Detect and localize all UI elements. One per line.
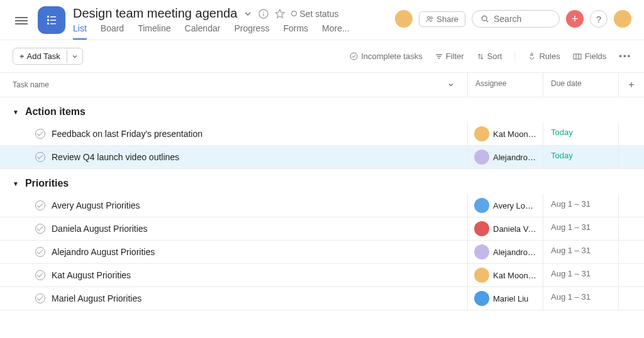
complete-check-icon[interactable] [35,224,45,234]
incomplete-tasks-filter[interactable]: Incomplete tasks [350,52,423,61]
complete-check-icon[interactable] [35,129,45,139]
task-assignee-cell[interactable]: Avery Lomax [468,194,543,217]
section-header[interactable]: ▼Action items [0,97,644,123]
task-extra-cell [619,123,644,145]
task-due-cell[interactable]: Aug 1 – 31 [543,264,619,286]
add-task-button[interactable]: +Add Task [13,48,83,65]
task-assignee-cell[interactable]: Daniela Varg... [468,217,543,240]
info-icon[interactable] [258,9,269,19]
search-input-wrapper[interactable] [472,10,560,28]
sort-label: Sort [487,52,502,61]
task-due-cell[interactable]: Aug 1 – 31 [543,241,619,263]
create-button[interactable]: + [566,10,584,28]
add-task-dropdown[interactable] [67,50,82,63]
assignee-avatar [474,126,489,141]
tabs: ListBoardTimelineCalendarProgressFormsMo… [73,23,387,40]
complete-check-icon[interactable] [35,293,45,303]
assignee-avatar [474,150,489,165]
task-assignee-cell[interactable]: Mariel Liu [468,287,543,310]
tab-board[interactable]: Board [101,23,124,40]
tab-progress[interactable]: Progress [234,23,269,40]
task-title: Daniela August Priorities [52,224,148,234]
caret-down-icon: ▼ [13,180,19,187]
search-input[interactable] [494,14,550,24]
complete-check-icon[interactable] [35,270,45,280]
check-circle-icon [350,52,358,60]
svg-rect-1 [50,16,56,18]
toolbar-separator [514,51,515,62]
rules-icon [528,52,536,60]
task-row[interactable]: Mariel August PrioritiesMariel LiuAug 1 … [0,287,644,310]
assignee-name: Avery Lomax [493,201,536,210]
add-column-button[interactable]: + [619,73,644,97]
search-icon [481,14,489,23]
chevron-down-icon[interactable] [243,9,252,18]
task-row[interactable]: Kat August PrioritiesKat MooneyAug 1 – 3… [0,264,644,287]
member-avatar[interactable] [395,10,413,28]
task-assignee-cell[interactable]: Kat Mooney [468,264,543,286]
tab-list[interactable]: List [73,23,87,40]
tab-timeline[interactable]: Timeline [138,23,170,40]
assignee-name: Alejandro Lu... [493,153,536,162]
share-label: Share [436,14,458,24]
column-due-date[interactable]: Due date [543,73,619,97]
task-row[interactable]: Feedback on last Friday's presentationKa… [0,123,644,146]
fields-button[interactable]: Fields [573,52,607,61]
task-row[interactable]: Avery August PrioritiesAvery LomaxAug 1 … [0,194,644,217]
column-assignee[interactable]: Assignee [468,73,543,97]
task-title: Review Q4 launch video outlines [52,152,179,162]
assignee-avatar [474,221,489,236]
star-icon[interactable] [275,9,285,19]
task-assignee-cell[interactable]: Kat Mooney [468,123,543,145]
complete-check-icon[interactable] [35,152,45,162]
task-due-cell[interactable]: Aug 1 – 31 [543,287,619,310]
tab-forms[interactable]: Forms [283,23,308,40]
project-icon [38,6,65,34]
set-status-button[interactable]: Set status [291,9,338,19]
fields-label: Fields [585,52,607,61]
more-options-button[interactable]: ••• [619,52,631,61]
task-row[interactable]: Daniela August PrioritiesDaniela Varg...… [0,217,644,241]
svg-point-11 [482,16,487,21]
help-button[interactable]: ? [590,10,608,28]
task-title: Feedback on last Friday's presentation [52,129,203,139]
task-assignee-cell[interactable]: Alejandro Lu... [468,241,543,263]
menu-icon[interactable] [13,10,30,31]
section-header[interactable]: ▼Priorities [0,169,644,194]
task-extra-cell [619,241,644,263]
assignee-avatar [474,198,489,213]
column-headers: Task name Assignee Due date + [0,72,644,97]
sort-button[interactable]: Sort [477,52,502,61]
user-avatar[interactable] [614,10,631,28]
task-row[interactable]: Alejandro August PrioritiesAlejandro Lu.… [0,241,644,264]
complete-check-icon[interactable] [35,200,45,210]
column-task-name[interactable]: Task name [0,73,468,97]
svg-rect-0 [47,16,49,18]
caret-down-icon: ▼ [13,109,19,116]
task-title: Alejandro August Priorities [52,247,155,257]
svg-point-13 [350,53,357,60]
task-assignee-cell[interactable]: Alejandro Lu... [468,146,543,168]
filter-button[interactable]: Filter [435,52,464,61]
task-extra-cell [619,146,644,168]
assignee-avatar [474,268,489,283]
task-due-cell[interactable]: Today [543,123,619,145]
task-due-cell[interactable]: Today [543,146,619,168]
task-due-cell[interactable]: Aug 1 – 31 [543,217,619,240]
people-icon [426,15,434,23]
complete-check-icon[interactable] [35,247,45,257]
svg-rect-17 [574,54,581,59]
chevron-down-icon [447,81,455,89]
rules-button[interactable]: Rules [528,52,560,61]
task-row[interactable]: Review Q4 launch video outlinesAlejandro… [0,146,644,169]
task-sections: ▼Action itemsFeedback on last Friday's p… [0,97,644,310]
tab-more[interactable]: More... [322,23,350,40]
assignee-name: Daniela Varg... [493,224,536,234]
tab-calendar[interactable]: Calendar [185,23,221,40]
share-button[interactable]: Share [419,11,465,27]
task-due-cell[interactable]: Aug 1 – 31 [543,194,619,217]
sort-icon [477,53,484,60]
svg-rect-3 [50,20,56,21]
status-label: Set status [299,9,338,19]
svg-rect-4 [47,23,49,25]
